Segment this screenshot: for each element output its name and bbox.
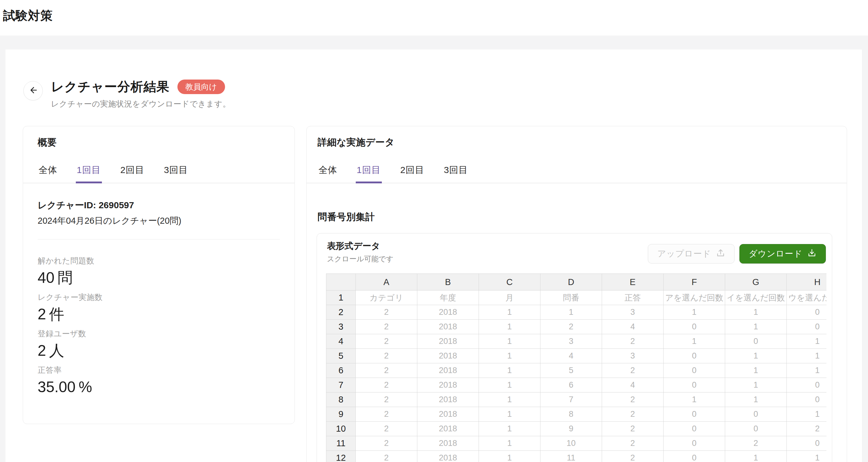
data-cell: 1: [787, 334, 827, 349]
table-row: 722018164010: [326, 378, 827, 393]
table-row: 822018172110: [326, 393, 827, 407]
data-cell: 0: [663, 451, 725, 462]
data-cell: 1: [479, 378, 540, 393]
data-cell: 1: [787, 349, 827, 363]
table-row: 1022018192002: [326, 422, 827, 436]
detail-panel: 詳細な実施データ 全体1回目2回目3回目 問番号別集計 表形式データ スクロール…: [306, 126, 847, 462]
lecture-id: レクチャーID: 2690597: [38, 199, 134, 211]
data-cell: 1: [725, 320, 787, 334]
data-cell: イを選んだ回数: [725, 290, 787, 305]
tab-attempt-2[interactable]: 2回目: [399, 158, 426, 183]
data-cell: 0: [725, 407, 787, 422]
row-number: 11: [326, 436, 356, 451]
data-cell: カテゴリ: [356, 290, 417, 305]
data-cell: 1: [787, 407, 827, 422]
table-row: 522018143011: [326, 349, 827, 363]
row-number: 8: [326, 393, 356, 407]
data-cell: 0: [663, 363, 725, 378]
tab-all[interactable]: 全体: [317, 158, 338, 183]
data-cell: 1: [725, 451, 787, 462]
data-cell: 年度: [417, 290, 479, 305]
data-cell: 0: [663, 349, 725, 363]
divider: [38, 239, 280, 239]
data-cell: 9: [540, 422, 602, 436]
row-number: 4: [326, 334, 356, 349]
upload-icon: [716, 248, 725, 260]
upload-button[interactable]: アップロード: [648, 244, 734, 263]
data-cell: 3: [602, 349, 663, 363]
data-cell: アを選んだ回数: [663, 290, 725, 305]
data-cell: 1: [725, 349, 787, 363]
data-cell: 4: [540, 349, 602, 363]
data-cell: 0: [663, 407, 725, 422]
back-button[interactable]: [23, 81, 43, 100]
data-cell: 0: [663, 436, 725, 451]
data-cell: 0: [787, 378, 827, 393]
data-cell: 2018: [417, 334, 479, 349]
lecture-name: 2024年04月26日のレクチャー(20問): [38, 215, 181, 227]
data-cell: 2018: [417, 349, 479, 363]
row-number: 5: [326, 349, 356, 363]
column-header-B: B: [417, 274, 479, 290]
data-cell: 1: [663, 334, 725, 349]
data-cell: 1: [725, 393, 787, 407]
data-cell: 1: [479, 320, 540, 334]
stat-value: 40問: [38, 269, 102, 287]
row-number: 3: [326, 320, 356, 334]
data-cell: 10: [540, 436, 602, 451]
data-cell: 1: [479, 422, 540, 436]
data-cell: 4: [602, 320, 663, 334]
download-button[interactable]: ダウンロード: [739, 244, 826, 263]
data-cell: 2018: [417, 305, 479, 320]
tab-attempt-1[interactable]: 1回目: [356, 158, 382, 183]
table-card: 表形式データ スクロール可能です アップロード ダウンロード: [317, 233, 832, 462]
data-cell: 2: [356, 422, 417, 436]
data-cell: 1: [725, 305, 787, 320]
data-cell: 2: [540, 320, 602, 334]
column-header-A: A: [356, 274, 417, 290]
row-number: 7: [326, 378, 356, 393]
tab-attempt-2[interactable]: 2回目: [120, 158, 146, 183]
download-icon: [807, 248, 816, 260]
stat-value: 2人: [38, 342, 102, 359]
data-cell: 2018: [417, 436, 479, 451]
overview-panel: 概要 全体1回目2回目3回目 レクチャーID: 2690597 2024年04月…: [23, 126, 295, 424]
row-number: 10: [326, 422, 356, 436]
arrow-left-icon: [29, 86, 38, 96]
table-card-title: 表形式データ: [327, 240, 380, 252]
spreadsheet-scroll-area[interactable]: ABCDEFGH1カテゴリ年度月問番正答アを選んだ回数イを選んだ回数ウを選んだ回…: [326, 273, 827, 462]
data-cell: 1: [479, 349, 540, 363]
data-cell: 1: [725, 378, 787, 393]
table-row: 1カテゴリ年度月問番正答アを選んだ回数イを選んだ回数ウを選んだ回数: [326, 290, 827, 305]
stat-label: レクチャー実施数: [38, 292, 102, 302]
main-card: レクチャー分析結果 教員向け レクチャーの実施状況をダウンロードできます。 概要…: [5, 50, 862, 462]
column-header-D: D: [540, 274, 602, 290]
overview-stats: 解かれた問題数40問レクチャー実施数2件登録ユーザ数2人正答率35.00%: [38, 256, 102, 401]
table-row: 622018152011: [326, 363, 827, 378]
overview-panel-title: 概要: [38, 136, 57, 149]
stat-value: 35.00%: [38, 378, 102, 396]
column-letter-row: ABCDEFGH: [326, 274, 827, 290]
tab-attempt-1[interactable]: 1回目: [76, 158, 102, 183]
tab-attempt-3[interactable]: 3回目: [443, 158, 469, 183]
tab-attempt-3[interactable]: 3回目: [163, 158, 189, 183]
data-cell: 0: [663, 378, 725, 393]
stat-registered-users: 登録ユーザ数2人: [38, 328, 102, 359]
data-cell: 11: [540, 451, 602, 462]
table-row: 422018132101: [326, 334, 827, 349]
data-cell: 1: [663, 393, 725, 407]
stat-value: 2件: [38, 306, 102, 323]
analysis-title: レクチャー分析結果: [51, 79, 169, 95]
data-cell: 2: [356, 436, 417, 451]
data-cell: 2: [356, 407, 417, 422]
data-cell: 4: [602, 378, 663, 393]
data-cell: 2: [725, 436, 787, 451]
data-cell: 2018: [417, 320, 479, 334]
data-cell: 1: [479, 407, 540, 422]
column-header-C: C: [479, 274, 540, 290]
tab-all[interactable]: 全体: [38, 158, 58, 183]
spreadsheet-table: ABCDEFGH1カテゴリ年度月問番正答アを選んだ回数イを選んだ回数ウを選んだ回…: [326, 273, 827, 462]
data-cell: 2018: [417, 393, 479, 407]
page-header: レクチャー分析結果 教員向け レクチャーの実施状況をダウンロードできます。: [51, 79, 230, 109]
table-actions: アップロード ダウンロード: [648, 244, 826, 263]
